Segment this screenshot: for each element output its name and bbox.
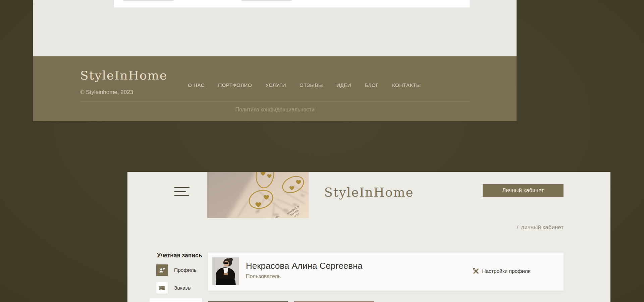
personal-account-button[interactable]: Личный кабинет: [483, 184, 564, 197]
header-logo[interactable]: StyleInHome: [305, 185, 433, 200]
content-card-top: [208, 301, 288, 302]
profile-card: Некрасова Алина Сергеевна Пользователь Н…: [208, 253, 564, 291]
page-root: StyleInHome © Styleinhome, 2023 О НАС ПО…: [0, 0, 644, 302]
footer-nav-contacts[interactable]: КОНТАКТЫ: [392, 82, 421, 88]
footer-nav-about[interactable]: О НАС: [188, 82, 205, 88]
user-photo: [212, 257, 239, 285]
breadcrumb-current[interactable]: личный кабинет: [521, 224, 564, 231]
sidebar-item-orders[interactable]: Заказы: [156, 282, 192, 294]
tools-icon: [473, 268, 479, 274]
sidebar-item-label: Заказы: [174, 285, 192, 291]
footer-nav: О НАС ПОРТФОЛИО УСЛУГИ ОТЗЫВЫ ИДЕИ БЛОГ …: [188, 82, 421, 88]
footer-logo[interactable]: StyleInHome: [80, 68, 167, 82]
input-underline: [123, 0, 174, 1]
breadcrumb-separator: /: [517, 224, 519, 231]
footer-nav-blog[interactable]: БЛОГ: [365, 82, 379, 88]
hero-jewelry-image: snowball, S the thin to lyi role,: [207, 172, 309, 218]
footer-nav-reviews[interactable]: ОТЗЫВЫ: [300, 82, 323, 88]
account-section: snowball, S the thin to lyi role, StyleI…: [127, 172, 610, 302]
sidebar-item-label: Профиль: [174, 267, 197, 273]
footer-nav-services[interactable]: УСЛУГИ: [265, 82, 286, 88]
input-underline: [241, 0, 292, 1]
content-card-top: [294, 301, 374, 302]
sidebar-item-profile[interactable]: Профиль: [156, 264, 197, 276]
hamburger-icon[interactable]: [174, 187, 190, 197]
form-panel-bottom: [114, 0, 470, 7]
sidebar-item-partial[interactable]: [150, 298, 202, 302]
user-name: Некрасова Алина Сергеевна: [246, 261, 363, 271]
footer-nav-ideas[interactable]: ИДЕИ: [336, 82, 351, 88]
footer-copyright: © Styleinhome, 2023: [80, 89, 133, 96]
footer-divider: [80, 101, 470, 101]
upper-page-background: [33, 0, 517, 56]
footer: StyleInHome © Styleinhome, 2023 О НАС ПО…: [33, 56, 517, 121]
user-role: Пользователь: [246, 273, 281, 280]
profile-badge-icon: [156, 264, 168, 276]
profile-settings-label: Настройки профиля: [482, 268, 531, 274]
profile-settings-button[interactable]: Настройки профиля: [473, 268, 531, 274]
footer-nav-portfolio[interactable]: ПОРТФОЛИО: [218, 82, 252, 88]
sidebar-title: Учетная запись: [157, 252, 202, 259]
privacy-policy-link[interactable]: Политика конфиденциальности: [80, 107, 470, 113]
breadcrumb: /личный кабинет: [517, 224, 564, 231]
orders-card-icon: [156, 282, 168, 294]
